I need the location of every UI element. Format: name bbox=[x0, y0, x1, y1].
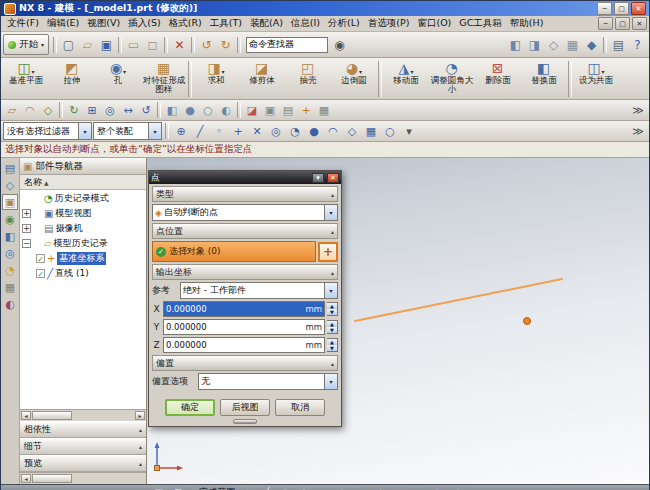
model-line[interactable] bbox=[355, 279, 562, 321]
section-view-icon[interactable]: ◪ bbox=[243, 102, 261, 118]
menu-analysis[interactable]: 分析(L) bbox=[324, 17, 364, 30]
arc-icon[interactable]: ◠ bbox=[278, 486, 292, 490]
type-section-header[interactable]: 类型 ▴ bbox=[152, 186, 338, 202]
point-type-select[interactable]: ◈ 自动判断的点 ▾ bbox=[152, 204, 338, 221]
grid-icon[interactable]: ▦ bbox=[315, 102, 333, 118]
scroll-thumb[interactable] bbox=[32, 474, 72, 483]
snap-overflow-icon[interactable]: ≫ bbox=[629, 123, 647, 139]
arc-center-icon[interactable]: ◎ bbox=[267, 123, 285, 139]
web-browser-icon[interactable]: ◎ bbox=[2, 245, 18, 261]
reuse-library-icon[interactable]: ◉ bbox=[2, 211, 18, 227]
resize-blend-button[interactable]: ◔ 调整圆角大小 bbox=[429, 59, 475, 99]
offset-option-select[interactable]: 无 ▾ bbox=[198, 373, 338, 390]
dialog-resize-grip[interactable] bbox=[149, 418, 341, 425]
minimize-button[interactable]: ─ bbox=[597, 2, 612, 15]
datum-icon[interactable]: ◇ bbox=[39, 102, 57, 118]
dependencies-panel-bar[interactable]: 相依性 ▴ bbox=[20, 421, 146, 438]
wireframe-view-icon[interactable]: ◨ bbox=[525, 36, 544, 54]
command-finder-input[interactable] bbox=[246, 37, 328, 53]
dialog-close-icon[interactable]: ✕ bbox=[327, 173, 339, 183]
z-coordinate-stepper[interactable]: ▲ ▼ bbox=[327, 338, 338, 352]
hole-button[interactable]: ◉▾ 孔 bbox=[95, 59, 141, 99]
roles-icon[interactable]: ◐ bbox=[2, 296, 18, 312]
offset-section-header[interactable]: 偏置 ▴ bbox=[152, 355, 338, 371]
preview-panel-bar[interactable]: 预览 ▴ bbox=[20, 455, 146, 472]
more-sketch-icon[interactable]: ▾ bbox=[610, 486, 624, 490]
assembly-navigator-icon[interactable]: ▤ bbox=[2, 160, 18, 176]
fit-view-icon[interactable]: ⊞ bbox=[83, 102, 101, 118]
scroll-right-icon[interactable]: ▸ bbox=[135, 411, 145, 420]
doc-restore-button[interactable]: ▢ bbox=[615, 17, 630, 30]
snapshot-icon[interactable]: ▣ bbox=[261, 102, 279, 118]
start-menu-button[interactable]: 开始 ▾ bbox=[3, 34, 49, 55]
system-materials-icon[interactable]: ▦ bbox=[2, 279, 18, 295]
help-icon[interactable]: ? bbox=[628, 36, 647, 54]
make-coplanar-button[interactable]: ◫▾ 设为共面 bbox=[573, 59, 619, 99]
menu-file[interactable]: 文件(F) bbox=[3, 17, 43, 30]
window-layout-icon[interactable]: ▤ bbox=[609, 36, 628, 54]
point-dialog-titlebar[interactable]: 点 ▾ ✕ bbox=[149, 171, 341, 184]
quick-trim-icon[interactable]: ✕ bbox=[392, 486, 406, 490]
graphics-window[interactable]: 点 ▾ ✕ 类型 ▴ ◈ 自动判断的点 ▾ 点位置 bbox=[147, 158, 649, 484]
orient-view-icon[interactable]: ◆ bbox=[582, 36, 601, 54]
rotate-icon[interactable]: ↺ bbox=[137, 102, 155, 118]
shaded-view-icon[interactable]: ◧ bbox=[506, 36, 525, 54]
maximize-button[interactable]: ▢ bbox=[614, 2, 629, 15]
circle-icon[interactable]: ○ bbox=[297, 486, 311, 490]
tree-item-cameras[interactable]: + ▤ 摄像机 bbox=[20, 221, 146, 236]
spline-icon[interactable]: ~ bbox=[354, 486, 368, 490]
middle-button[interactable]: 后视图 bbox=[220, 399, 270, 416]
tangent-point-icon[interactable]: ○ bbox=[381, 123, 399, 139]
name-column-header[interactable]: 名称 ▲ bbox=[20, 175, 146, 190]
snap-point-icon[interactable]: ⊕ bbox=[172, 123, 190, 139]
perspective-icon[interactable]: ◧ bbox=[163, 102, 181, 118]
snap-caret-icon[interactable]: ▾ bbox=[400, 123, 418, 139]
ok-button[interactable]: 确定 bbox=[165, 399, 215, 416]
point-icon[interactable]: + bbox=[373, 486, 387, 490]
menu-preferences[interactable]: 首选项(P) bbox=[364, 17, 414, 30]
finish-sketch-button[interactable]: ◆ 完成草图 bbox=[190, 486, 235, 490]
menu-view[interactable]: 视图(V) bbox=[83, 17, 124, 30]
output-coordinates-section-header[interactable]: 输出坐标 ▴ bbox=[152, 264, 338, 280]
open-folder-icon[interactable]: ▱ bbox=[78, 36, 97, 54]
x-coordinate-field[interactable]: 0.000000 mm bbox=[163, 301, 325, 317]
reference-select[interactable]: 绝对 - 工作部件 ▾ bbox=[180, 282, 338, 299]
history-icon[interactable]: ◔ bbox=[2, 262, 18, 278]
menu-assemblies[interactable]: 装配(A) bbox=[246, 17, 287, 30]
x-coordinate-stepper[interactable]: ▲ ▼ bbox=[327, 302, 338, 316]
tree-item-model-history[interactable]: − ▱ 模型历史记录 bbox=[20, 236, 146, 251]
sketch-icon[interactable]: ▱ bbox=[3, 102, 21, 118]
unite-button[interactable]: ◨▾ 求和 bbox=[193, 59, 239, 99]
pattern-feature-button[interactable]: ▦ 对特征形成图样 bbox=[141, 59, 187, 99]
rectangle-icon[interactable]: ▭ bbox=[316, 486, 330, 490]
pan-icon[interactable]: ↔ bbox=[119, 102, 137, 118]
y-coordinate-stepper[interactable]: ▲ ▼ bbox=[327, 320, 338, 334]
doc-close-button[interactable]: ✕ bbox=[632, 17, 647, 30]
wireframe-icon[interactable]: ○ bbox=[199, 102, 217, 118]
constraint-icon[interactable]: ⊥ bbox=[430, 486, 444, 490]
menu-information[interactable]: 信息(I) bbox=[287, 17, 324, 30]
menu-edit[interactable]: 编辑(E) bbox=[43, 17, 83, 30]
z-coordinate-field[interactable]: 0.000000 mm bbox=[163, 337, 325, 353]
trim-body-button[interactable]: ◪ 修剪体 bbox=[239, 59, 285, 99]
copy-icon[interactable]: ◻ bbox=[143, 36, 162, 54]
snap-grid-icon[interactable]: ⊞ bbox=[171, 486, 185, 490]
display-grid-icon[interactable]: ▦ bbox=[152, 486, 166, 490]
undo-icon[interactable]: ↺ bbox=[197, 36, 216, 54]
scroll-left-icon[interactable]: ◂ bbox=[21, 411, 31, 420]
doc-minimize-button[interactable]: ─ bbox=[598, 17, 613, 30]
scroll-left-icon[interactable]: ◂ bbox=[21, 474, 31, 483]
intersection-icon[interactable]: ✕ bbox=[248, 123, 266, 139]
wcs-icon[interactable]: + bbox=[297, 102, 315, 118]
dialog-options-icon[interactable]: ▾ bbox=[312, 173, 324, 183]
menu-gc-toolbox[interactable]: GC工具箱 bbox=[455, 17, 506, 30]
constraint-navigator-icon[interactable]: ◇ bbox=[2, 177, 18, 193]
delete-icon[interactable]: ✕ bbox=[170, 36, 189, 54]
shell-button[interactable]: ◰ 抽壳 bbox=[285, 59, 331, 99]
mirror-curve-icon[interactable]: ⇄ bbox=[449, 486, 463, 490]
point-on-curve-icon[interactable]: ◠ bbox=[324, 123, 342, 139]
refresh-icon[interactable]: ↻ bbox=[65, 102, 83, 118]
navigator-h-scrollbar-2[interactable]: ◂ bbox=[20, 472, 146, 484]
scroll-thumb[interactable] bbox=[32, 411, 72, 420]
control-point-icon[interactable]: + bbox=[229, 123, 247, 139]
